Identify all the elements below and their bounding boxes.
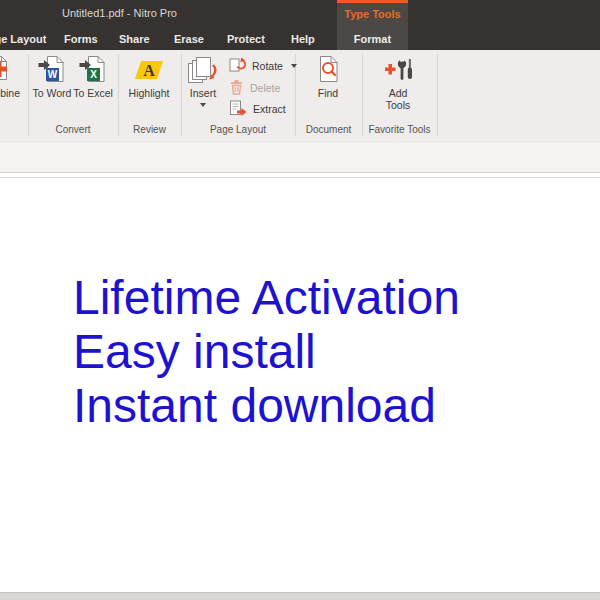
dropdown-caret-icon	[200, 103, 206, 107]
to-word-icon: W	[38, 55, 66, 86]
tab-erase[interactable]: Erase	[174, 33, 204, 45]
find-button[interactable]: Find	[306, 55, 350, 100]
highlight-label: Highlight	[129, 88, 170, 100]
document-canvas[interactable]: Lifetime Activation Easy install Instant…	[0, 178, 600, 592]
to-word-button[interactable]: W To Word	[30, 55, 74, 100]
add-tools-icon	[382, 55, 414, 86]
tab-forms[interactable]: Forms	[64, 33, 98, 45]
add-tools-label: Add Tools	[376, 88, 420, 111]
document-text-line[interactable]: Easy install	[73, 325, 460, 379]
rotate-label: Rotate	[252, 60, 283, 72]
tab-share[interactable]: Share	[119, 33, 150, 45]
dropdown-caret-icon	[291, 64, 297, 68]
group-label-document: Document	[295, 124, 362, 135]
svg-text:A: A	[143, 61, 155, 78]
window-title: Untitled1.pdf - Nitro Pro	[62, 7, 177, 19]
group-label-review: Review	[118, 124, 181, 135]
to-excel-label: To Excel	[73, 88, 113, 100]
title-and-tab-bar: Untitled1.pdf - Nitro Pro Page Layout Fo…	[0, 0, 600, 50]
insert-pages-icon	[187, 55, 219, 86]
combine-button[interactable]: Combine	[0, 55, 27, 100]
find-label: Find	[318, 88, 338, 100]
highlight-icon: A	[134, 55, 164, 86]
delete-label: Delete	[250, 82, 280, 94]
insert-label: Insert	[190, 88, 216, 100]
svg-text:X: X	[90, 69, 97, 80]
delete-trash-icon	[229, 79, 244, 97]
ribbon-lower-strip	[0, 143, 600, 173]
type-tools-contextual-group: Type Tools Format	[337, 0, 408, 50]
bottom-edge-bar	[0, 592, 600, 600]
rotate-icon	[229, 57, 246, 75]
combine-label: Combine	[0, 88, 20, 100]
add-tools-button[interactable]: Add Tools	[376, 55, 420, 111]
group-label-favorite-tools: Favorite Tools	[362, 124, 437, 135]
to-word-label: To Word	[33, 88, 72, 100]
nitro-pro-window: Untitled1.pdf - Nitro Pro Page Layout Fo…	[0, 0, 600, 600]
document-text-line[interactable]: Lifetime Activation	[73, 271, 460, 325]
rotate-button[interactable]: Rotate	[229, 57, 297, 75]
ribbon: Combine W To Word	[0, 50, 600, 143]
delete-button: Delete	[229, 79, 280, 97]
combine-icon	[0, 55, 12, 86]
document-text-line[interactable]: Instant download	[73, 379, 460, 433]
find-icon	[314, 55, 342, 86]
insert-button[interactable]: Insert	[182, 55, 224, 107]
tab-protect[interactable]: Protect	[227, 33, 265, 45]
to-excel-button[interactable]: X To Excel	[71, 55, 115, 100]
extract-button[interactable]: Extract	[229, 100, 286, 118]
tab-format[interactable]: Format	[337, 33, 408, 45]
document-text[interactable]: Lifetime Activation Easy install Instant…	[73, 271, 460, 433]
type-tools-label: Type Tools	[337, 8, 408, 20]
tab-page-layout[interactable]: Page Layout	[0, 33, 46, 45]
highlight-button[interactable]: A Highlight	[121, 55, 177, 100]
extract-label: Extract	[253, 103, 286, 115]
svg-text:W: W	[48, 69, 58, 80]
group-separator	[437, 54, 438, 136]
to-excel-icon: X	[79, 55, 107, 86]
group-label-page-layout: Page Layout	[181, 124, 295, 135]
extract-icon	[229, 100, 247, 118]
tab-help[interactable]: Help	[291, 33, 315, 45]
group-label-convert: Convert	[28, 124, 118, 135]
